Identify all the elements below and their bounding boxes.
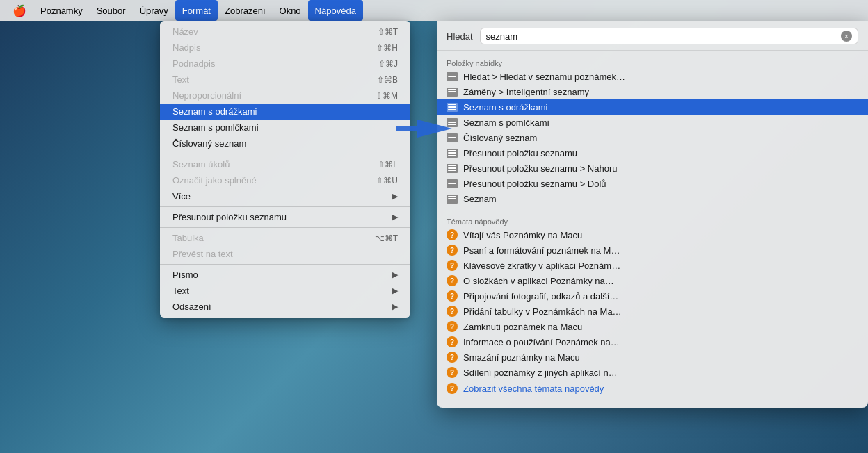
separator-2 [160,206,410,207]
shortcut-text: ⇧⌘B [377,75,398,85]
menu-item-odsazeni[interactable]: Odsazení ▶ [160,299,410,315]
menu-item-prevest-text[interactable]: Převést na text [160,246,410,262]
menu-item-pismo[interactable]: Písmo ▶ [160,267,410,283]
separator-4 [160,264,410,265]
help-panel: Hledat × Položky nabídky Hledat > Hledat… [437,21,868,408]
shortcut-splnene: ⇧⌘U [376,176,398,186]
question-icon-8: ? [447,336,458,347]
help-menu-row-2[interactable]: Záměny > Inteligentní seznamy [437,84,868,99]
help-topic-text-7: Zamknutí poznámek na Macu [463,322,858,332]
menu-item-text-sub[interactable]: Text ▶ [160,283,410,299]
menu-item-nazev[interactable]: Název ⇧⌘T [160,24,410,40]
menu-item-nadpis[interactable]: Nadpis ⇧⌘H [160,40,410,56]
help-topic-text-1: Vítají vás Poznámky na Macu [463,230,858,240]
menu-icon-1 [447,72,458,81]
menu-icon-2 [447,88,458,97]
help-topics-label: Témata nápovědy [437,215,868,227]
help-topic-text-9: Smazání poznámky na Macu [463,352,858,363]
menu-bar-okno[interactable]: Okno [273,0,308,21]
question-icon-9: ? [447,352,458,363]
help-menu-row-7[interactable]: Přesunout položku seznamu > Nahoru [437,160,868,176]
help-menu-row-6[interactable]: Přesunout položku seznamu [437,145,868,160]
menu-item-oznacit-splnene[interactable]: Označit jako splněné ⇧⌘U [160,172,410,188]
help-menu-row-9[interactable]: Seznam [437,191,868,206]
help-topic-row-9[interactable]: ? Smazání poznámky na Macu [437,349,868,365]
question-icon-6: ? [447,306,458,317]
help-topic-text-6: Přidání tabulky v Poznámkách na Ma… [463,306,858,317]
arrow-pismo: ▶ [392,270,398,279]
help-clear-button[interactable]: × [841,31,852,42]
menu-bar-poznamky[interactable]: Poznámky [33,0,90,21]
help-show-all-row[interactable]: ? Zobrazit všechna témata nápovědy [437,380,868,397]
menu-item-cislovany-seznam[interactable]: Číslovaný seznam [160,135,410,151]
question-icon-5: ? [447,290,458,302]
help-menu-text-9: Seznam [463,194,858,204]
menu-item-seznam-odrazkami[interactable]: Seznam s odrážkami [160,104,410,120]
menu-item-seznam-ukolu[interactable]: Seznam úkolů ⇧⌘L [160,156,410,172]
menu-item-seznam-pomlckami[interactable]: Seznam s pomlčkami [160,120,410,135]
help-topic-row-3[interactable]: ? Klávesové zkratky v aplikaci Poznám… [437,258,868,273]
menu-bar-zobrazeni[interactable]: Zobrazení [218,0,273,21]
question-icon-1: ? [447,229,458,240]
help-menu-text-6: Přesunout položku seznamu [463,148,858,158]
question-icon-3: ? [447,260,458,271]
menu-item-vice[interactable]: Více ▶ [160,188,410,204]
help-topic-row-8[interactable]: ? Informace o používání Poznámek na… [437,334,868,349]
menu-item-presunout-polozku[interactable]: Přesunout položku seznamu ▶ [160,209,410,225]
help-menu-text-8: Přesunout položku seznamu > Dolů [463,179,858,189]
help-menu-row-4[interactable]: Seznam s pomlčkami [437,115,868,130]
shortcut-tabulka: ⌥⌘T [375,233,398,243]
menu-item-podnadpis[interactable]: Podnadpis ⇧⌘J [160,56,410,72]
separator-1 [160,154,410,154]
question-icon-2: ? [447,245,458,256]
shortcut-nadpis: ⇧⌘H [376,43,398,53]
menu-item-text[interactable]: Text ⇧⌘B [160,72,410,88]
question-icon-all: ? [447,383,458,394]
help-topic-row-2[interactable]: ? Psaní a formátování poznámek na M… [437,242,868,258]
help-search-box[interactable]: × [480,28,858,44]
menu-bar-format[interactable]: Formát [175,0,218,21]
menu-item-tabulka[interactable]: Tabulka ⌥⌘T [160,230,410,246]
menu-bar-upravy[interactable]: Úpravy [133,0,175,21]
help-menu-row-5[interactable]: Číslovaný seznam [437,130,868,145]
help-topic-row-5[interactable]: ? Připojování fotografií, odkazů a další… [437,288,868,304]
help-topic-row-4[interactable]: ? O složkách v aplikaci Poznámky na… [437,273,868,288]
menu-item-neproporcionalni[interactable]: Neproporcionální ⇧⌘M [160,88,410,104]
help-topic-row-6[interactable]: ? Přidání tabulky v Poznámkách na Ma… [437,304,868,319]
menu-bar-napoveda[interactable]: Nápověda [308,0,363,21]
arrow-presunout: ▶ [392,213,398,222]
help-topic-row-7[interactable]: ? Zamknutí poznámek na Macu [437,319,868,334]
help-topic-text-10: Sdílení poznámky z jiných aplikací n… [463,368,858,378]
question-icon-4: ? [447,275,458,286]
help-header: Hledat × [437,21,868,51]
menu-icon-3 [447,103,458,112]
help-topic-row-10[interactable]: ? Sdílení poznámky z jiných aplikací n… [437,365,868,380]
help-menu-row-8[interactable]: Přesunout položku seznamu > Dolů [437,176,868,191]
help-topic-text-4: O složkách v aplikaci Poznámky na… [463,276,858,286]
help-menu-text-2: Záměny > Inteligentní seznamy [463,87,858,97]
menu-icon-6 [447,149,458,158]
svg-marker-0 [396,120,452,138]
help-menu-text-3: Seznam s odrážkami [463,102,858,113]
shortcut-nazev: ⇧⌘T [378,27,398,37]
shortcut-podnadpis: ⇧⌘J [378,59,398,69]
arrow-odsazeni: ▶ [392,302,398,311]
help-topic-text-5: Připojování fotografií, odkazů a další… [463,291,858,302]
menu-arrow-indicator [396,117,452,140]
arrow-text: ▶ [392,286,398,295]
help-menu-items-section: Položky nabídky Hledat > Hledat v seznam… [437,51,868,209]
help-menu-row-3[interactable]: Seznam s odrážkami [437,99,868,115]
help-topic-text-2: Psaní a formátování poznámek na M… [463,245,858,256]
menu-bar-soubor[interactable]: Soubor [90,0,133,21]
help-topic-text-3: Klávesové zkratky v aplikaci Poznám… [463,261,858,271]
help-menu-text-1: Hledat > Hledat v seznamu poznámek… [463,72,858,82]
help-topic-row-1[interactable]: ? Vítají vás Poznámky na Macu [437,227,868,242]
format-dropdown-menu: Název ⇧⌘T Nadpis ⇧⌘H Podnadpis ⇧⌘J Text … [160,21,410,318]
separator-3 [160,227,410,228]
help-show-all-link[interactable]: Zobrazit všechna témata nápovědy [463,384,604,394]
help-search-input[interactable] [486,31,837,42]
help-menu-items-label: Položky nabídky [437,56,868,69]
apple-icon: 🍎 [13,4,26,17]
apple-menu[interactable]: 🍎 [6,0,33,21]
help-menu-row-1[interactable]: Hledat > Hledat v seznamu poznámek… [437,69,868,84]
